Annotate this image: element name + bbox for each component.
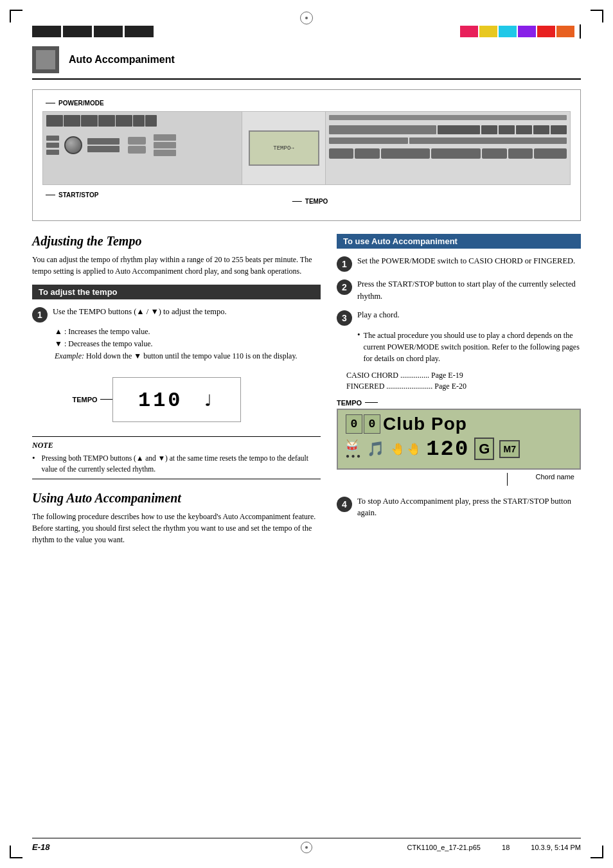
note-bullet: •	[32, 453, 35, 463]
auto-step4-row: 4 To stop Auto Accompaniment play, press…	[337, 495, 581, 520]
main-content: Adjusting the Tempo You can adjust the t…	[32, 234, 581, 553]
page-container: Auto Accompaniment POWER/MODE	[0, 0, 613, 868]
tempo-note-icon: ♩	[202, 392, 215, 411]
top-bar-group-right	[460, 26, 574, 37]
lcd-m7-text: M7	[503, 444, 515, 454]
footer: E-18 CTK1100_e_17-21.p65 18 10.3.9, 5:14…	[32, 838, 581, 852]
note-text: Pressing both TEMPO buttons (▲ and ▼) at…	[42, 453, 321, 475]
kb-right-row3-btn4	[431, 148, 481, 159]
step1-down: ▼ : Decreases the tempo value.	[55, 338, 321, 350]
using-auto-section: Using Auto Accompaniment The following p…	[32, 491, 321, 545]
ref-list: CASIO CHORD ............... Page E-19 FI…	[346, 371, 581, 391]
kb-right-row2-btn2	[409, 137, 567, 144]
page-title: Auto Accompaniment	[69, 54, 175, 66]
chord-name-text: Chord name	[535, 473, 574, 481]
kb-left-panel	[43, 112, 242, 184]
auto-step1-text: Set the POWER/MODE switch to CASIO CHORD…	[357, 255, 581, 267]
kb-right-row3-btn1	[329, 148, 353, 159]
lcd-display-area: TEMPO 0 0	[337, 399, 581, 486]
power-arrow-line	[46, 103, 55, 103]
kb-right-panel	[326, 112, 570, 184]
corner-br	[591, 846, 603, 858]
lcd-top-row: 0 0 Club Pop	[346, 414, 572, 434]
note-section: NOTE • Pressing both TEMPO buttons (▲ an…	[32, 436, 321, 480]
kb-right-row3-btn2	[355, 148, 379, 159]
top-bar-1	[32, 26, 61, 37]
kb-right-row3	[326, 147, 570, 160]
step3-bullet-area: • The actual procedure you should use to…	[337, 330, 581, 364]
step1-example-text: Hold down the ▼ button until the tempo v…	[86, 351, 298, 360]
color-bar-purple	[518, 26, 536, 37]
footer-right-area: CTK1100_e_17-21.p65 18 10.3.9, 5:14 PM	[407, 844, 581, 851]
color-bar-red2	[537, 26, 555, 37]
step1-example-label: Example:	[55, 351, 84, 360]
fingered-ref: FINGERED ........................ Page E…	[346, 382, 581, 391]
kb-extra-btn-2	[154, 142, 176, 148]
lcd-seg-2: 0	[364, 414, 380, 434]
kb-tempo-btn-down[interactable]	[128, 146, 146, 154]
top-bars	[32, 24, 581, 39]
kb-right-btn-6	[533, 125, 549, 134]
tempo-line	[292, 201, 302, 202]
auto-step4-text: To stop Auto Accompaniment play, press t…	[357, 495, 581, 520]
right-tempo-line	[365, 402, 378, 403]
step1-circle: 1	[32, 307, 48, 323]
lcd-seg-2-val: 0	[369, 418, 376, 430]
tempo-display-label: TEMPO	[73, 396, 113, 403]
lcd-seg-1: 0	[346, 414, 362, 434]
kb-small-btn-1	[87, 138, 120, 145]
tempo-display-container: TEMPO 110 ♩	[32, 371, 321, 429]
drum-icon: 🥁	[346, 439, 360, 451]
footer-compass	[301, 842, 312, 853]
footer-page-num: 18	[502, 844, 510, 851]
kb-btn-3	[81, 115, 98, 127]
adjust-tempo-header: To adjust the tempo	[32, 285, 321, 299]
kb-btn-1	[46, 115, 63, 127]
hand-left-icon: 🤚	[391, 442, 405, 456]
kb-tempo-btn-up[interactable]	[128, 137, 146, 145]
color-bar-red	[460, 26, 478, 37]
keyboard-bottom-labels: START/STOP TEMPO	[42, 188, 571, 211]
top-bar-3	[94, 26, 123, 37]
tempo-display-line	[100, 399, 113, 400]
kb-right-row1	[326, 123, 570, 136]
kb-right-row3-btn3	[381, 148, 431, 159]
top-bar-4	[125, 26, 154, 37]
power-mode-label: POWER/MODE	[46, 100, 104, 107]
kb-btn-group-1	[46, 115, 157, 130]
tempo-display-value: 110 ♩	[138, 385, 215, 413]
start-stop-label: START/STOP	[46, 191, 98, 199]
kb-small-btn-group	[87, 138, 120, 152]
adjusting-tempo-section: Adjusting the Tempo You can adjust the t…	[32, 234, 321, 479]
kb-right-btn-5	[516, 125, 532, 134]
color-bar-orange	[556, 26, 574, 37]
corner-tr	[591, 10, 603, 22]
footer-reg-mark-bottom	[301, 842, 312, 853]
step1-sublist: ▲ : Increases the tempo value. ▼ : Decre…	[32, 326, 321, 363]
footer-compass-dot	[305, 846, 308, 849]
chapter-icon-inner	[36, 50, 55, 69]
adjusting-tempo-body: You can adjust the tempo of rhythm play …	[32, 254, 321, 277]
kb-right-label	[329, 115, 567, 120]
keyboard-diagram: POWER/MODE	[32, 89, 581, 221]
kb-right-row3-btn7	[534, 148, 567, 159]
chapter-icon	[32, 46, 59, 73]
auto-step4-circle: 4	[337, 497, 352, 512]
casio-chord-ref: CASIO CHORD ............... Page E-19	[346, 371, 581, 380]
kb-extra-btn-3	[154, 150, 176, 156]
staff-icon: 🎵	[367, 441, 384, 457]
kb-display-text: TEMPO→	[273, 145, 294, 152]
chord-name-arrow-line	[507, 473, 508, 486]
hand-right-icon: 🤚	[407, 442, 421, 456]
tempo-label-bottom: TEMPO	[292, 198, 328, 205]
kb-btn-6	[133, 115, 145, 127]
step3-bullet-icon: •	[357, 330, 360, 340]
lcd-song-name: Club Pop	[383, 414, 467, 434]
footer-filename: CTK1100_e_17-21.p65	[407, 844, 481, 851]
lcd-main-display: 0 0 Club Pop 🥁	[337, 409, 581, 470]
keyboard-img-area: TEMPO→	[42, 111, 571, 185]
tempo-display-wrapper: TEMPO 110 ♩	[112, 371, 241, 429]
auto-step2-row: 2 Press the START/STOP button to start p…	[337, 278, 581, 303]
lcd-segments: 0 0	[346, 414, 380, 434]
kb-right-btn-2	[438, 125, 481, 134]
